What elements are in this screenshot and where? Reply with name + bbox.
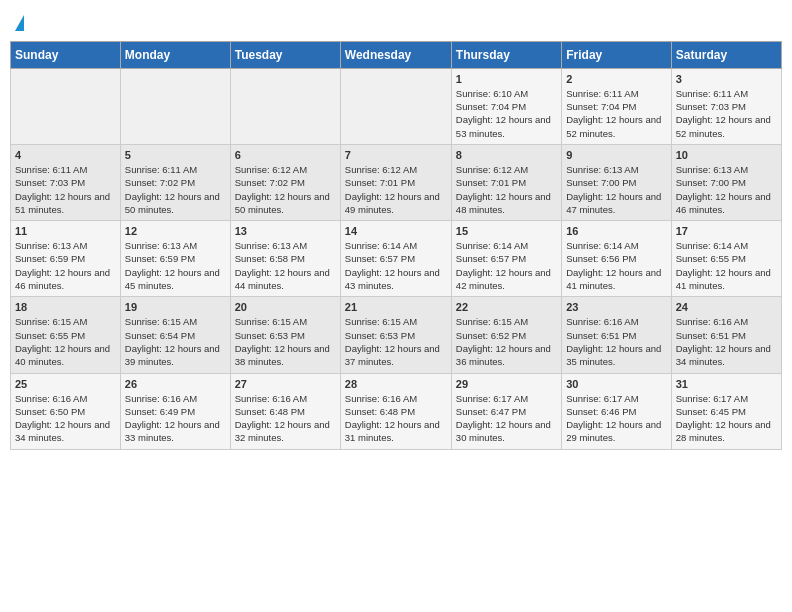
calendar-day-cell: 20 Sunrise: 6:15 AM Sunset: 6:53 PM Dayl…: [230, 297, 340, 373]
logo-text: [14, 10, 24, 33]
day-info: Sunrise: 6:16 AM Sunset: 6:51 PM Dayligh…: [676, 315, 777, 368]
day-number: 27: [235, 378, 336, 390]
day-number: 8: [456, 149, 557, 161]
day-header-friday: Friday: [562, 41, 671, 68]
day-number: 21: [345, 301, 447, 313]
calendar-day-cell: 10 Sunrise: 6:13 AM Sunset: 7:00 PM Dayl…: [671, 144, 781, 220]
day-number: 26: [125, 378, 226, 390]
day-info: Sunrise: 6:16 AM Sunset: 6:51 PM Dayligh…: [566, 315, 666, 368]
day-info: Sunrise: 6:13 AM Sunset: 6:59 PM Dayligh…: [125, 239, 226, 292]
calendar-day-cell: 3 Sunrise: 6:11 AM Sunset: 7:03 PM Dayli…: [671, 68, 781, 144]
day-info: Sunrise: 6:11 AM Sunset: 7:02 PM Dayligh…: [125, 163, 226, 216]
calendar-day-cell: 15 Sunrise: 6:14 AM Sunset: 6:57 PM Dayl…: [451, 221, 561, 297]
day-info: Sunrise: 6:11 AM Sunset: 7:03 PM Dayligh…: [15, 163, 116, 216]
day-info: Sunrise: 6:14 AM Sunset: 6:56 PM Dayligh…: [566, 239, 666, 292]
calendar-table: SundayMondayTuesdayWednesdayThursdayFrid…: [10, 41, 782, 450]
day-number: 23: [566, 301, 666, 313]
calendar-day-cell: 30 Sunrise: 6:17 AM Sunset: 6:46 PM Dayl…: [562, 373, 671, 449]
day-info: Sunrise: 6:15 AM Sunset: 6:55 PM Dayligh…: [15, 315, 116, 368]
day-number: 24: [676, 301, 777, 313]
calendar-day-cell: 28 Sunrise: 6:16 AM Sunset: 6:48 PM Dayl…: [340, 373, 451, 449]
day-info: Sunrise: 6:17 AM Sunset: 6:47 PM Dayligh…: [456, 392, 557, 445]
calendar-day-cell: 24 Sunrise: 6:16 AM Sunset: 6:51 PM Dayl…: [671, 297, 781, 373]
calendar-day-cell: 11 Sunrise: 6:13 AM Sunset: 6:59 PM Dayl…: [11, 221, 121, 297]
day-info: Sunrise: 6:13 AM Sunset: 6:59 PM Dayligh…: [15, 239, 116, 292]
day-header-thursday: Thursday: [451, 41, 561, 68]
day-header-saturday: Saturday: [671, 41, 781, 68]
day-number: 5: [125, 149, 226, 161]
calendar-day-cell: 12 Sunrise: 6:13 AM Sunset: 6:59 PM Dayl…: [120, 221, 230, 297]
day-number: 20: [235, 301, 336, 313]
day-info: Sunrise: 6:13 AM Sunset: 7:00 PM Dayligh…: [566, 163, 666, 216]
day-info: Sunrise: 6:17 AM Sunset: 6:46 PM Dayligh…: [566, 392, 666, 445]
day-header-tuesday: Tuesday: [230, 41, 340, 68]
day-info: Sunrise: 6:14 AM Sunset: 6:57 PM Dayligh…: [345, 239, 447, 292]
day-info: Sunrise: 6:12 AM Sunset: 7:01 PM Dayligh…: [345, 163, 447, 216]
calendar-week-5: 25 Sunrise: 6:16 AM Sunset: 6:50 PM Dayl…: [11, 373, 782, 449]
day-info: Sunrise: 6:15 AM Sunset: 6:54 PM Dayligh…: [125, 315, 226, 368]
calendar-day-cell: 29 Sunrise: 6:17 AM Sunset: 6:47 PM Dayl…: [451, 373, 561, 449]
calendar-day-cell: 21 Sunrise: 6:15 AM Sunset: 6:53 PM Dayl…: [340, 297, 451, 373]
calendar-day-cell: 9 Sunrise: 6:13 AM Sunset: 7:00 PM Dayli…: [562, 144, 671, 220]
day-info: Sunrise: 6:14 AM Sunset: 6:55 PM Dayligh…: [676, 239, 777, 292]
day-info: Sunrise: 6:17 AM Sunset: 6:45 PM Dayligh…: [676, 392, 777, 445]
day-number: 2: [566, 73, 666, 85]
day-header-wednesday: Wednesday: [340, 41, 451, 68]
calendar-week-4: 18 Sunrise: 6:15 AM Sunset: 6:55 PM Dayl…: [11, 297, 782, 373]
day-number: 17: [676, 225, 777, 237]
calendar-day-cell: 5 Sunrise: 6:11 AM Sunset: 7:02 PM Dayli…: [120, 144, 230, 220]
day-number: 10: [676, 149, 777, 161]
day-info: Sunrise: 6:13 AM Sunset: 7:00 PM Dayligh…: [676, 163, 777, 216]
day-info: Sunrise: 6:15 AM Sunset: 6:53 PM Dayligh…: [235, 315, 336, 368]
day-header-monday: Monday: [120, 41, 230, 68]
calendar-day-cell: 6 Sunrise: 6:12 AM Sunset: 7:02 PM Dayli…: [230, 144, 340, 220]
calendar-day-cell: 31 Sunrise: 6:17 AM Sunset: 6:45 PM Dayl…: [671, 373, 781, 449]
calendar-day-cell: [11, 68, 121, 144]
calendar-day-cell: 4 Sunrise: 6:11 AM Sunset: 7:03 PM Dayli…: [11, 144, 121, 220]
calendar-day-cell: [230, 68, 340, 144]
calendar-day-cell: 2 Sunrise: 6:11 AM Sunset: 7:04 PM Dayli…: [562, 68, 671, 144]
day-number: 31: [676, 378, 777, 390]
calendar-week-1: 1 Sunrise: 6:10 AM Sunset: 7:04 PM Dayli…: [11, 68, 782, 144]
day-number: 12: [125, 225, 226, 237]
day-number: 29: [456, 378, 557, 390]
day-number: 14: [345, 225, 447, 237]
day-info: Sunrise: 6:12 AM Sunset: 7:02 PM Dayligh…: [235, 163, 336, 216]
day-number: 30: [566, 378, 666, 390]
day-number: 1: [456, 73, 557, 85]
calendar-day-cell: 27 Sunrise: 6:16 AM Sunset: 6:48 PM Dayl…: [230, 373, 340, 449]
calendar-day-cell: [120, 68, 230, 144]
day-info: Sunrise: 6:11 AM Sunset: 7:03 PM Dayligh…: [676, 87, 777, 140]
day-number: 9: [566, 149, 666, 161]
logo: [14, 10, 24, 33]
day-header-sunday: Sunday: [11, 41, 121, 68]
day-number: 3: [676, 73, 777, 85]
calendar-day-cell: 13 Sunrise: 6:13 AM Sunset: 6:58 PM Dayl…: [230, 221, 340, 297]
calendar-day-cell: 18 Sunrise: 6:15 AM Sunset: 6:55 PM Dayl…: [11, 297, 121, 373]
day-number: 11: [15, 225, 116, 237]
day-info: Sunrise: 6:15 AM Sunset: 6:52 PM Dayligh…: [456, 315, 557, 368]
day-number: 7: [345, 149, 447, 161]
calendar-day-cell: 25 Sunrise: 6:16 AM Sunset: 6:50 PM Dayl…: [11, 373, 121, 449]
day-number: 13: [235, 225, 336, 237]
day-info: Sunrise: 6:16 AM Sunset: 6:50 PM Dayligh…: [15, 392, 116, 445]
calendar-week-3: 11 Sunrise: 6:13 AM Sunset: 6:59 PM Dayl…: [11, 221, 782, 297]
day-info: Sunrise: 6:15 AM Sunset: 6:53 PM Dayligh…: [345, 315, 447, 368]
day-info: Sunrise: 6:12 AM Sunset: 7:01 PM Dayligh…: [456, 163, 557, 216]
calendar-day-cell: 17 Sunrise: 6:14 AM Sunset: 6:55 PM Dayl…: [671, 221, 781, 297]
calendar-day-cell: 23 Sunrise: 6:16 AM Sunset: 6:51 PM Dayl…: [562, 297, 671, 373]
day-info: Sunrise: 6:10 AM Sunset: 7:04 PM Dayligh…: [456, 87, 557, 140]
day-number: 6: [235, 149, 336, 161]
day-info: Sunrise: 6:16 AM Sunset: 6:48 PM Dayligh…: [345, 392, 447, 445]
calendar-week-2: 4 Sunrise: 6:11 AM Sunset: 7:03 PM Dayli…: [11, 144, 782, 220]
day-number: 28: [345, 378, 447, 390]
day-info: Sunrise: 6:14 AM Sunset: 6:57 PM Dayligh…: [456, 239, 557, 292]
day-info: Sunrise: 6:11 AM Sunset: 7:04 PM Dayligh…: [566, 87, 666, 140]
day-info: Sunrise: 6:16 AM Sunset: 6:48 PM Dayligh…: [235, 392, 336, 445]
calendar-day-cell: 7 Sunrise: 6:12 AM Sunset: 7:01 PM Dayli…: [340, 144, 451, 220]
calendar-day-cell: 14 Sunrise: 6:14 AM Sunset: 6:57 PM Dayl…: [340, 221, 451, 297]
calendar-day-cell: 26 Sunrise: 6:16 AM Sunset: 6:49 PM Dayl…: [120, 373, 230, 449]
day-number: 16: [566, 225, 666, 237]
day-number: 18: [15, 301, 116, 313]
day-info: Sunrise: 6:13 AM Sunset: 6:58 PM Dayligh…: [235, 239, 336, 292]
